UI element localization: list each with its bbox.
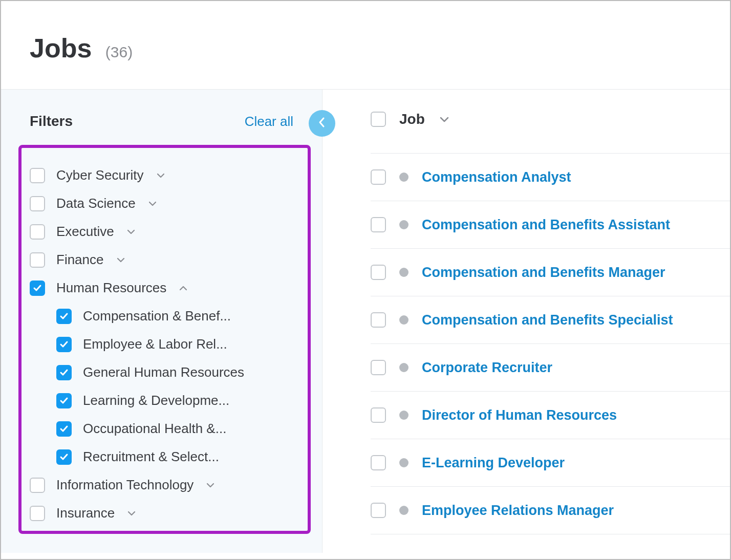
job-column-header[interactable]: Job [399,111,425,127]
chevron-down-icon [148,201,157,207]
job-row: Compensation and Benefits Manager [371,249,730,296]
filter-checkbox[interactable] [30,168,45,183]
job-link[interactable]: Employee Relations Manager [422,503,614,519]
filter-sublabel: Learning & Developme... [83,393,229,408]
job-row: Compensation and Benefits Assistant [371,201,730,249]
filter-category[interactable]: Cyber Security [30,161,297,189]
chevron-down-icon [126,229,136,235]
results-count: (36) [105,44,133,60]
status-dot-icon [399,506,408,515]
job-row: Corporate Recruiter [371,344,730,392]
job-row: Employee Relations Manager [371,487,730,534]
job-link[interactable]: E-Learning Developer [422,455,565,471]
job-row: Director of Human Resources [371,392,730,439]
job-link[interactable]: Compensation Analyst [422,169,571,185]
filter-label: Cyber Security [56,167,144,183]
chevron-down-icon [156,173,165,179]
filter-label: Human Resources [56,280,166,296]
filter-category[interactable]: Data Science [30,189,297,218]
job-link[interactable]: Compensation and Benefits Manager [422,265,665,281]
job-row: Compensation Analyst [371,154,730,201]
filter-category[interactable]: Information Technology [30,471,297,499]
status-dot-icon [399,458,408,467]
status-dot-icon [399,315,408,325]
job-row-checkbox[interactable] [371,503,386,518]
status-dot-icon [399,220,408,229]
filter-subcategory[interactable]: Learning & Developme... [30,386,297,415]
chevron-left-icon [318,116,326,131]
filter-sublabel: Recruitment & Select... [83,449,219,465]
filter-checkbox[interactable] [30,506,45,521]
filter-subcategory[interactable]: Recruitment & Select... [30,443,297,471]
filter-sublabel: Occupational Health &... [83,421,226,437]
filter-category[interactable]: Finance [30,246,297,274]
job-row-checkbox[interactable] [371,265,386,280]
page-title: Jobs [30,33,92,63]
job-row: Compensation and Benefits Specialist [371,296,730,344]
filter-highlight-box: Cyber SecurityData ScienceExecutiveFinan… [18,145,311,534]
filter-checkbox[interactable] [56,393,72,408]
filter-sublabel: General Human Resources [83,364,244,380]
collapse-sidebar-button[interactable] [309,110,335,137]
job-row-checkbox[interactable] [371,169,386,185]
filter-checkbox[interactable] [56,337,72,352]
job-row-checkbox[interactable] [371,407,386,423]
filter-subcategory[interactable]: Employee & Labor Rel... [30,330,297,358]
filter-checkbox[interactable] [30,281,45,296]
job-link[interactable]: Director of Human Resources [422,407,617,423]
filter-label: Finance [56,252,104,268]
job-link[interactable]: Compensation and Benefits Specialist [422,312,673,328]
filter-label: Data Science [56,196,136,211]
filter-checkbox[interactable] [56,309,72,324]
filter-checkbox[interactable] [30,478,45,493]
job-row-checkbox[interactable] [371,360,386,375]
job-row: E-Learning Developer [371,439,730,487]
status-dot-icon [399,173,408,182]
job-link[interactable]: Corporate Recruiter [422,360,552,376]
chevron-down-icon [439,116,449,123]
filter-label: Insurance [56,505,115,521]
chevron-down-icon [116,257,125,263]
clear-all-link[interactable]: Clear all [245,114,293,130]
job-row-checkbox[interactable] [371,217,386,232]
filter-category[interactable]: Executive [30,218,297,246]
job-row-checkbox[interactable] [371,312,386,328]
filters-heading: Filters [30,113,73,130]
status-dot-icon [399,363,408,372]
chevron-down-icon [206,482,215,488]
filter-checkbox[interactable] [56,421,72,437]
filter-subcategory[interactable]: Compensation & Benef... [30,302,297,330]
filter-checkbox[interactable] [30,196,45,211]
status-dot-icon [399,268,408,277]
filter-sublabel: Compensation & Benef... [83,308,231,324]
filter-category[interactable]: Human Resources [30,274,297,302]
filter-label: Information Technology [56,477,193,493]
filter-subcategory[interactable]: General Human Resources [30,358,297,386]
filter-category[interactable]: Insurance [30,499,297,527]
filter-checkbox[interactable] [30,252,45,268]
filter-checkbox[interactable] [30,224,45,240]
job-row-checkbox[interactable] [371,455,386,470]
filter-subcategory[interactable]: Occupational Health &... [30,415,297,443]
filter-checkbox[interactable] [56,449,72,465]
chevron-down-icon [127,510,136,516]
status-dot-icon [399,411,408,420]
chevron-up-icon [179,285,188,291]
select-all-checkbox[interactable] [371,112,386,127]
filter-checkbox[interactable] [56,365,72,380]
filter-sublabel: Employee & Labor Rel... [83,336,227,352]
job-link[interactable]: Compensation and Benefits Assistant [422,217,670,233]
filter-label: Executive [56,224,114,240]
